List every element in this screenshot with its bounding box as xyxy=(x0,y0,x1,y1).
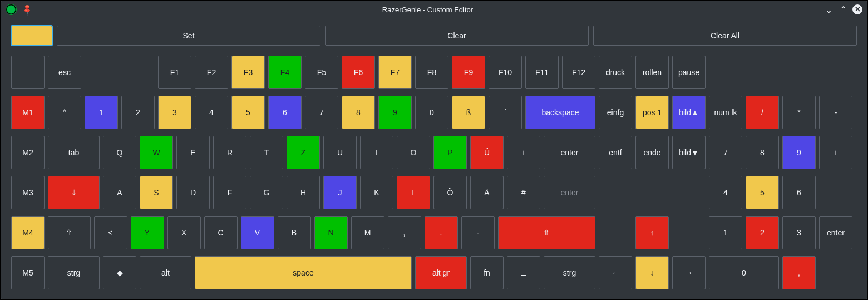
key-ss[interactable]: ß xyxy=(452,96,485,129)
key-v[interactable]: V xyxy=(241,216,274,249)
key-dash[interactable]: - xyxy=(461,216,495,249)
key-super[interactable]: ◆ xyxy=(103,256,136,289)
key-num7[interactable]: 7 xyxy=(709,136,742,169)
key-up[interactable]: ↑ xyxy=(635,216,669,249)
key-f9[interactable]: F9 xyxy=(452,56,485,89)
key-5[interactable]: 5 xyxy=(231,96,265,129)
key-m1[interactable]: M1 xyxy=(11,96,45,129)
key-c[interactable]: C xyxy=(204,216,238,249)
key-numadd[interactable]: + xyxy=(819,136,852,169)
key-esc[interactable]: esc xyxy=(48,56,81,89)
key-numenter-top[interactable]: enter xyxy=(819,216,852,249)
maximize-icon[interactable]: ⌃ xyxy=(838,4,848,14)
key-f1[interactable]: F1 xyxy=(158,56,191,89)
key-rshift[interactable]: ⇧ xyxy=(498,216,596,249)
key-nummul[interactable]: * xyxy=(782,96,816,129)
key-8[interactable]: 8 xyxy=(342,96,375,129)
key-num4[interactable]: 4 xyxy=(709,176,742,209)
key-k[interactable]: K xyxy=(360,176,393,209)
key-0[interactable]: 0 xyxy=(415,96,448,129)
key-a[interactable]: A xyxy=(103,176,136,209)
key-h[interactable]: H xyxy=(287,176,320,209)
key-tab[interactable]: tab xyxy=(48,136,100,169)
key-blank-r0[interactable] xyxy=(11,56,45,89)
key-right[interactable]: → xyxy=(672,256,706,289)
key-ae[interactable]: Ä xyxy=(470,176,504,209)
key-rstrg[interactable]: strg xyxy=(544,256,595,289)
key-f11[interactable]: F11 xyxy=(525,56,559,89)
key-num2[interactable]: 2 xyxy=(746,216,779,249)
key-lshift[interactable]: ⇧ xyxy=(48,216,91,249)
key-altgr[interactable]: alt gr xyxy=(415,256,467,289)
key-i[interactable]: I xyxy=(360,136,393,169)
key-comma[interactable]: , xyxy=(388,216,421,249)
key-acute[interactable]: ´ xyxy=(489,96,522,129)
key-num8[interactable]: 8 xyxy=(746,136,779,169)
key-left[interactable]: ← xyxy=(599,256,632,289)
color-swatch[interactable] xyxy=(11,26,52,46)
key-m4[interactable]: M4 xyxy=(11,216,45,249)
key-t[interactable]: T xyxy=(250,136,283,169)
key-x[interactable]: X xyxy=(167,216,201,249)
key-caps[interactable]: ⇓ xyxy=(48,176,100,209)
key-num1[interactable]: 1 xyxy=(709,216,742,249)
key-d[interactable]: D xyxy=(176,176,210,209)
key-fn[interactable]: fn xyxy=(470,256,504,289)
key-g[interactable]: G xyxy=(250,176,283,209)
key-angle[interactable]: < xyxy=(94,216,127,249)
key-f8[interactable]: F8 xyxy=(415,56,448,89)
key-p[interactable]: P xyxy=(433,136,467,169)
key-ue[interactable]: Ü xyxy=(470,136,504,169)
key-enter-top[interactable]: enter xyxy=(544,136,595,169)
key-o[interactable]: O xyxy=(397,136,430,169)
key-f5[interactable]: F5 xyxy=(305,56,338,89)
key-numdiv[interactable]: / xyxy=(746,96,779,129)
key-pos1[interactable]: pos 1 xyxy=(635,96,669,129)
key-f6[interactable]: F6 xyxy=(342,56,375,89)
key-numcomma[interactable]: , xyxy=(782,256,816,289)
key-rollen[interactable]: rollen xyxy=(635,56,669,89)
key-backspace[interactable]: backspace xyxy=(525,96,595,129)
key-f7[interactable]: F7 xyxy=(378,56,412,89)
key-z[interactable]: Z xyxy=(287,136,320,169)
key-hash[interactable]: # xyxy=(507,176,540,209)
key-menu[interactable]: ≣ xyxy=(507,256,540,289)
key-r[interactable]: R xyxy=(213,136,246,169)
close-icon[interactable]: ✕ xyxy=(852,4,862,14)
key-m2[interactable]: M2 xyxy=(11,136,45,169)
key-plus[interactable]: + xyxy=(507,136,540,169)
key-period[interactable]: . xyxy=(425,216,458,249)
key-bildup[interactable]: bild▲ xyxy=(672,96,706,129)
key-q[interactable]: Q xyxy=(103,136,136,169)
key-4[interactable]: 4 xyxy=(195,96,228,129)
key-f[interactable]: F xyxy=(213,176,246,209)
key-j[interactable]: J xyxy=(323,176,357,209)
key-bilddn[interactable]: bild▼ xyxy=(672,136,706,169)
key-9[interactable]: 9 xyxy=(378,96,412,129)
key-numsub[interactable]: - xyxy=(819,96,852,129)
set-button[interactable]: Set xyxy=(57,26,320,46)
key-space[interactable]: space xyxy=(195,256,412,289)
key-ende[interactable]: ende xyxy=(635,136,669,169)
key-caret[interactable]: ^ xyxy=(48,96,81,129)
key-f4[interactable]: F4 xyxy=(268,56,302,89)
key-lstrg[interactable]: strg xyxy=(48,256,100,289)
key-b[interactable]: B xyxy=(278,216,311,249)
key-entf[interactable]: entf xyxy=(599,136,632,169)
key-num6[interactable]: 6 xyxy=(782,176,816,209)
key-l[interactable]: L xyxy=(397,176,430,209)
key-f2[interactable]: F2 xyxy=(195,56,228,89)
key-num0[interactable]: 0 xyxy=(709,256,779,289)
key-s[interactable]: S xyxy=(140,176,173,209)
key-f10[interactable]: F10 xyxy=(489,56,522,89)
key-enter-bottom[interactable]: enter xyxy=(544,176,595,209)
minimize-icon[interactable]: ⌄ xyxy=(823,4,834,14)
key-y[interactable]: Y xyxy=(131,216,164,249)
key-7[interactable]: 7 xyxy=(305,96,338,129)
key-pause[interactable]: pause xyxy=(672,56,706,89)
key-m[interactable]: M xyxy=(351,216,384,249)
key-druck[interactable]: druck xyxy=(599,56,632,89)
key-f3[interactable]: F3 xyxy=(231,56,265,89)
key-num3[interactable]: 3 xyxy=(782,216,816,249)
clear-button[interactable]: Clear xyxy=(325,26,589,46)
